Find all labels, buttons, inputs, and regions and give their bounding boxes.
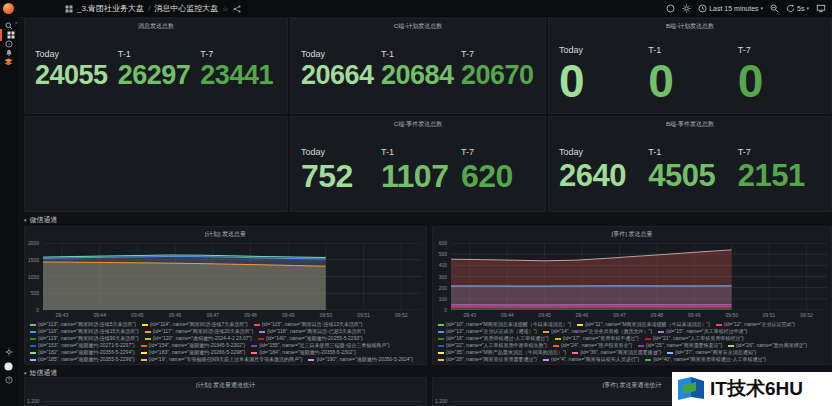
legend-item[interactable]: {id="114", name="商家回访-连续7天未活跃"} <box>142 321 248 328</box>
legend-item[interactable]: {id="185", name="逾期邀约-20355-5-2296"} <box>30 356 135 362</box>
legend-item[interactable]: {id="28", name="商家资位资质需要通过"} <box>438 356 537 362</box>
row-header-wechat[interactable]: ▾ 微信通道 <box>24 215 58 224</box>
legend-item[interactable]: {id="153", name="逾期邀约-20271-5-2297"} <box>30 342 135 349</box>
legend-item[interactable]: {id="116", name="商家回访-连续15天未活跃"} <box>30 328 139 335</box>
help-icon[interactable]: ? <box>0 374 17 386</box>
legend-item[interactable]: {id="15", name="员工审核经过申请"} <box>658 328 747 335</box>
legend-item[interactable]: {id="21", name="人工审核资质审核经过"} <box>645 335 744 342</box>
x-tick-label: 09:46 <box>169 312 182 318</box>
stat-value: 20670 <box>461 62 541 89</box>
legend-item[interactable]: {id="118", name="商家日历-已超3天未活跃"} <box>259 328 365 335</box>
legend-item[interactable]: {id="184", name="逾期邀约-20358-5-2302"} <box>251 349 356 356</box>
legend-item[interactable]: {id="25", name="商家需要恢复证"} <box>638 342 722 349</box>
legend-item[interactable]: {id="140", name="逾期邀约-20255-5-2293"} <box>258 335 363 342</box>
panel-b-event-total: B端-事件发送总数 Today2640 T-14505 T-72151 <box>548 116 832 212</box>
sidebar-item-plugin[interactable] <box>0 56 17 68</box>
dashboard-settings-icon[interactable] <box>682 4 691 13</box>
panel-title[interactable]: B端-计划发送总数 <box>549 19 831 31</box>
panel-title[interactable]: C端-事件发送总数 <box>291 117 545 129</box>
legend-item[interactable]: {id="11", name="M商家消息未读提醒（今日未读消息）"} <box>577 321 710 328</box>
legend-item[interactable]: {id="119", name="商家回访-连续90天未活跃"} <box>30 335 139 342</box>
chart-plot-area[interactable] <box>43 243 422 310</box>
legend-item[interactable]: {id="183", name="逾期邀约-20266-5-2298"} <box>141 349 246 356</box>
stat-label: T-7 <box>738 147 827 157</box>
legend-item[interactable]: {id="17", name="资质审核不通过"} <box>555 335 639 342</box>
chart-plot-area[interactable] <box>451 243 827 310</box>
legend-label: {id="155", name="近三日未使用三端版-综合三类福袋商户"} <box>259 342 389 349</box>
legend-item[interactable]: {id="14", name="企业会员资格（激活允许）"} <box>543 328 652 335</box>
time-range-picker[interactable]: Last 15 minutes ▾ <box>698 4 763 13</box>
cycle-view-icon[interactable] <box>816 4 826 13</box>
stat-label: T-1 <box>381 147 461 157</box>
x-tick-label: 09:50 <box>320 312 333 318</box>
panel-title[interactable]: [事件] 发送总量 <box>433 227 831 239</box>
legend-item[interactable]: {id="26", name="意向商家绑定"} <box>728 342 807 349</box>
user-avatar[interactable] <box>0 360 17 372</box>
share-icon[interactable] <box>233 5 241 13</box>
legend-item[interactable]: {id="35", name="M商产品需求消息（牛回采购消息）"} <box>438 349 566 356</box>
legend-item[interactable]: {id="117", name="商家回访-连续20天未活跃"} <box>145 328 254 335</box>
legend-item[interactable]: {id="154", name="逾期邀约-20345-5-2302"} <box>141 342 246 349</box>
legend-color-dash <box>251 345 257 347</box>
row-header-sms[interactable]: ▾ 短信通道 <box>24 368 58 377</box>
legend-color-dash <box>258 338 264 340</box>
breadcrumb-separator: / <box>148 4 150 13</box>
y-tick-label: 500 <box>31 290 39 296</box>
legend-item[interactable]: {id="16", name="资质审核通过-人工审核通过"} <box>438 335 549 342</box>
stat-label: Today <box>301 49 381 59</box>
y-tick-label: 1500 <box>28 257 39 263</box>
sidebar-expand-icon[interactable]: › <box>12 17 20 27</box>
topbar-actions: Last 15 minutes ▾ 5s ▾ <box>666 4 832 13</box>
x-axis: 09:4309:4409:4509:4609:4709:4809:4909:50… <box>451 312 827 319</box>
breadcrumb-page[interactable]: 消息中心监控大盘 <box>154 3 218 14</box>
stat-col: T-7620 <box>461 147 541 192</box>
legend-label: {id="19", name="专项福袋召回9天前上过单未满且专项未激活的商户"… <box>149 356 303 362</box>
stat-col: T-11107 <box>381 147 461 192</box>
legend-item[interactable]: {id="13", name="企业认证成功（通道）"} <box>438 328 537 335</box>
legend-item[interactable]: {id="37", name="商家安全消息通知"} <box>667 349 756 356</box>
legend-item[interactable]: {id="19", name="专项福袋召回9天前上过单未满且专项未激活的商户"… <box>141 356 303 362</box>
legend-color-dash <box>438 331 444 333</box>
legend-label: {id="4", name="商家每日核实人员进行"} <box>551 356 639 362</box>
favorite-star-icon[interactable]: ☆ <box>222 5 228 13</box>
legend-color-dash <box>30 338 36 340</box>
legend-label: {id="184", name="逾期邀约-20358-5-2302"} <box>259 349 356 356</box>
legend-item[interactable]: {id="182", name="逾期邀约-20356-5-2294"} <box>30 349 135 356</box>
stat-value: 26297 <box>118 62 201 89</box>
refresh-picker[interactable]: 5s ▾ <box>786 4 809 13</box>
legend-label: {id="14", name="企业会员资格（激活允许）"} <box>551 328 652 335</box>
legend-item[interactable]: {id="4", name="商家每日核实人员进行"} <box>543 356 639 362</box>
breadcrumb-folder[interactable]: _3.青团社业务大盘 <box>77 3 144 14</box>
grafana-logo-icon[interactable] <box>3 3 14 14</box>
zoom-out-icon[interactable] <box>770 4 779 13</box>
x-tick-label: 09:47 <box>613 312 626 318</box>
legend-item[interactable]: {id="190", name="逾期邀约-20350-5-2624"} <box>308 356 413 362</box>
legend-label: {id="114", name="商家回访-连续7天未活跃"} <box>150 321 248 328</box>
stat-label: T-7 <box>461 49 541 59</box>
legend-label: {id="182", name="逾期邀约-20356-5-2294"} <box>38 349 135 356</box>
settings-gear-icon[interactable] <box>0 346 17 358</box>
panel-title[interactable]: B端-事件发送总数 <box>549 117 831 129</box>
legend-item[interactable]: {id="120", name="虚拟邀约-2024-4-2 23:07"} <box>145 335 252 342</box>
legend-item[interactable]: {id="36", name="商家消息需要播放"} <box>572 349 661 356</box>
stat-col: T-70 <box>738 45 827 104</box>
watermark-logo-icon <box>676 376 706 403</box>
legend-item[interactable]: {id="12", name="企业认证完成"} <box>716 321 795 328</box>
stat-label: T-7 <box>461 147 541 157</box>
panel-title[interactable]: C端-计划发送总数 <box>291 19 545 31</box>
panel-title[interactable]: 消息发送总数 <box>25 19 287 31</box>
y-tick-label: 1,200 <box>27 398 40 404</box>
legend-item[interactable]: {id="115", name="商家日历-连续13天未活跃"} <box>254 321 363 328</box>
legend-item[interactable]: {id="10", name="M商家消息未读提醒（今日未读消息）"} <box>438 321 571 328</box>
topbar: _3.青团社业务大盘 / 消息中心监控大盘 ☆ Last 15 minutes … <box>17 0 832 18</box>
legend-color-dash <box>438 338 444 340</box>
legend-item[interactable]: {id="24", name="用户投资资金"} <box>553 342 632 349</box>
legend-item[interactable]: {id="155", name="近三日未使用三端版-综合三类福袋商户"} <box>251 342 389 349</box>
legend-item[interactable]: {id="22", name="人工审核资质申请审核失败"} <box>438 342 547 349</box>
panel-title[interactable]: [计划] 发送量通道统计 <box>25 378 426 390</box>
legend-item[interactable]: {id="40", name="商家资质审核通过-人工审核通过"} <box>645 356 766 362</box>
legend-item[interactable]: {id="113", name="商家回访-连续5天未活跃"} <box>30 321 136 328</box>
save-dashboard-icon[interactable] <box>666 4 675 13</box>
chart-plot-area[interactable] <box>43 391 422 406</box>
panel-title[interactable]: [计划] 发送总量 <box>25 227 426 239</box>
